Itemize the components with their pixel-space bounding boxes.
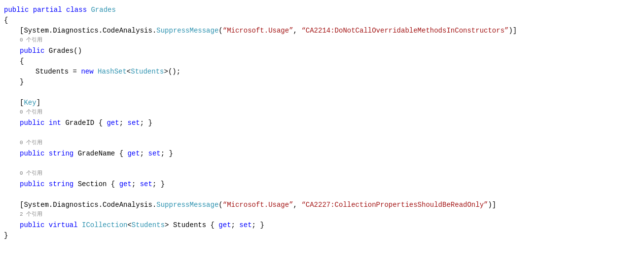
code-token: } [4,231,8,241]
code-token: . [152,200,156,210]
code-line: [System.Diagnostics.CodeAnalysis.Suppres… [0,200,644,210]
code-token: GradeID [65,118,94,128]
code-line: public partial class Grades [0,5,644,15]
code-token: set [127,118,140,128]
code-token: Grades [91,5,115,15]
code-token: { [94,118,107,128]
code-token: partial [33,5,66,15]
code-token: Key [24,98,36,108]
code-token: )] [488,200,496,210]
code-token: Students [36,67,69,77]
code-line: Students = new HashSet<Students>(); [0,67,644,77]
code-token: . [99,200,103,210]
code-token: Grades [49,46,73,56]
code-token: Section [78,179,107,190]
code-token: Diagnostics [53,200,98,210]
code-token: “Microsoft.Usage” [223,200,293,210]
code-token: Students [169,220,206,231]
code-line: public string GradeName { get; set; } [0,149,644,159]
code-token: < [127,67,131,77]
code-line [0,159,644,169]
code-line: { [0,56,644,67]
code-token: SuppressMessage [156,26,218,36]
code-token: . [49,200,53,210]
code-token: get [127,149,140,159]
code-token: [ [20,200,24,210]
hint-text: 0 个引用 [20,169,42,178]
code-token: ; [140,149,148,159]
hint-text: 0 个引用 [20,36,42,44]
code-token: ICollection [82,220,127,231]
code-token: public [20,149,49,159]
code-token: “CA2214:DoNotCallOverridableMethodsInCon… [301,26,508,36]
code-line: { [0,15,644,26]
code-token: ; } [152,179,165,190]
code-token: “Microsoft.Usage” [223,26,293,36]
code-line: public Grades() [0,46,644,56]
code-token: string [49,149,78,159]
code-token: )] [508,26,517,36]
code-token: = [69,67,81,77]
code-line: 0 个引用 [0,108,644,118]
code-token: public [20,46,49,56]
code-token: ; [231,220,240,231]
code-editor: public partial class Grades{[System.Diag… [0,0,644,271]
code-token: int [49,118,66,128]
code-token: set [239,220,251,231]
code-token: { [4,15,8,26]
code-token: Students [132,220,165,231]
code-line: public virtual ICollection<Students> Stu… [0,220,644,231]
code-token: Students [131,67,164,77]
code-token: get [119,179,132,190]
code-line [0,190,644,200]
code-token: CodeAnalysis [103,200,152,210]
code-token: virtual [49,220,82,231]
code-token: ; } [252,220,264,231]
code-line: } [0,231,644,241]
code-token: { [107,179,119,190]
code-token: ; [119,118,128,128]
code-token: GradeName [78,149,115,159]
code-line: public string Section { get; set; } [0,179,644,190]
code-token: . [152,26,156,36]
code-line: public int GradeID { get; set; } [0,118,644,128]
code-token: SuppressMessage [156,200,218,210]
code-token: get [218,220,231,231]
code-token: . [99,26,103,36]
code-token: > [165,220,169,231]
code-token: ; [132,179,140,190]
code-token: , [293,26,302,36]
hint-text: 0 个引用 [20,139,42,147]
code-token: { [206,220,218,231]
code-token: public [20,118,49,128]
code-token: } [20,77,24,87]
code-token: get [107,118,119,128]
code-token: System [24,26,48,36]
code-token: ( [218,26,222,36]
code-token: HashSet [98,67,127,77]
code-line [0,128,644,139]
code-line [0,87,644,98]
code-line: [System.Diagnostics.CodeAnalysis.Suppres… [0,26,644,36]
code-token: , [293,200,302,210]
code-token: < [127,220,131,231]
code-token: ( [218,200,222,210]
code-token: CodeAnalysis [103,26,152,36]
code-token: set [148,149,161,159]
code-token: >(); [164,67,180,77]
code-token: “CA2227:CollectionPropertiesShouldBeRead… [301,200,488,210]
code-token: [ [20,98,24,108]
code-token: ; } [161,149,173,159]
code-token: public [20,220,49,231]
code-token: set [140,179,152,190]
code-token: public [4,5,33,15]
code-line: 0 个引用 [0,36,644,46]
code-token: { [115,149,127,159]
code-token: Diagnostics [53,26,98,36]
code-line: } [0,77,644,87]
code-token: string [49,179,78,190]
code-line: [Key] [0,98,644,108]
code-token: class [66,5,91,15]
code-token: [ [20,26,24,36]
code-token: System [24,200,48,210]
